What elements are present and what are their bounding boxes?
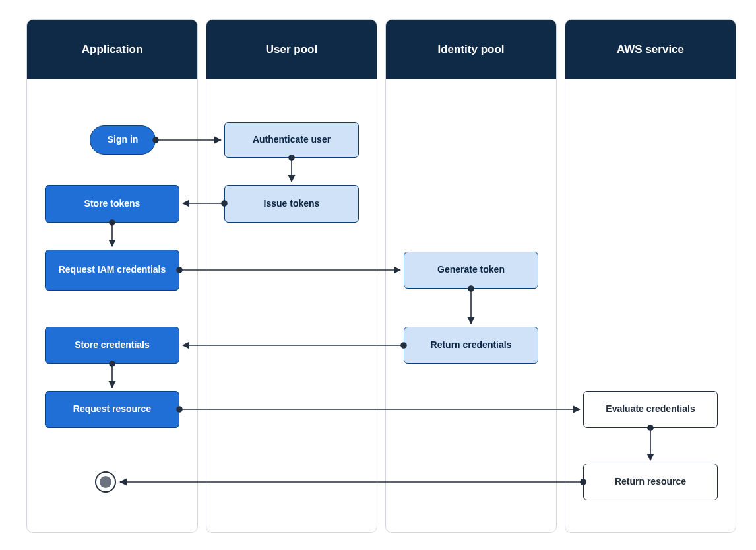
node-endpoint (95, 471, 116, 493)
lane-header-aws-service: AWS service (565, 20, 736, 79)
lane-header-user-pool: User pool (206, 20, 377, 79)
node-return-resource: Return resource (583, 464, 718, 500)
node-store-tokens: Store tokens (45, 185, 179, 223)
lane-header-application: Application (27, 20, 197, 79)
lane-aws-service: AWS service (565, 19, 736, 533)
node-generate-token: Generate token (404, 252, 538, 289)
node-request-resource: Request resource (45, 391, 179, 428)
node-issue-tokens: Issue tokens (224, 185, 359, 223)
node-request-iam-credentials: Request IAM credentials (45, 250, 179, 291)
lane-header-identity-pool: Identity pool (386, 20, 556, 79)
node-store-credentials: Store credentials (45, 327, 179, 364)
node-return-credentials: Return credentials (404, 327, 538, 364)
node-authenticate-user: Authenticate user (224, 122, 359, 158)
node-sign-in: Sign in (90, 125, 156, 155)
node-evaluate-credentials: Evaluate credentials (583, 391, 718, 428)
lane-user-pool: User pool (206, 19, 377, 533)
swimlane-diagram: Application User pool Identity pool AWS … (0, 0, 756, 550)
